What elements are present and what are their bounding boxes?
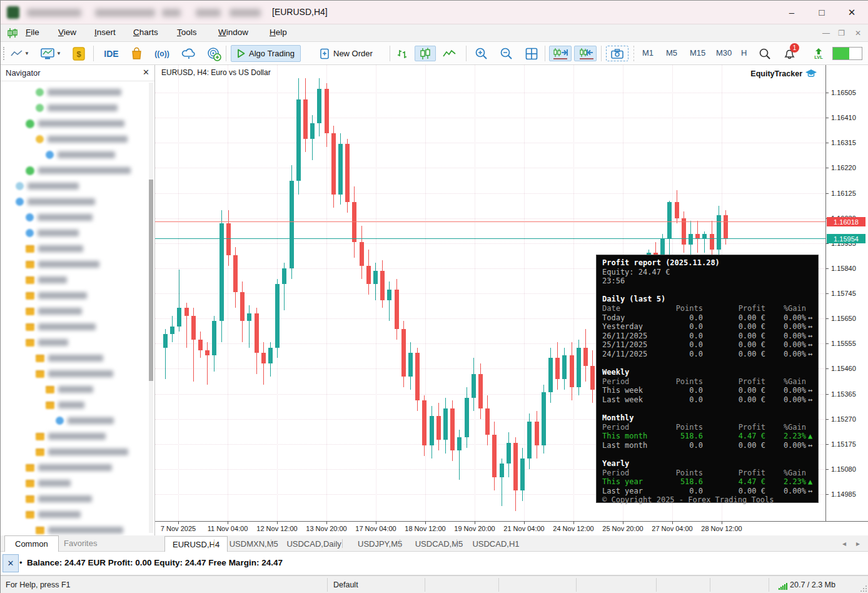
tabs-scroll-right-icon[interactable]: ▸ (856, 539, 860, 548)
zoom-in-icon[interactable] (472, 46, 491, 61)
resize-grip[interactable] (860, 585, 867, 592)
navigator-tree-item[interactable] (26, 116, 124, 131)
navigator-tree-item[interactable] (26, 210, 93, 225)
navigator-tree-item[interactable] (26, 272, 67, 288)
connection-toggle[interactable] (832, 47, 862, 60)
redacted-title-text (196, 9, 221, 17)
account-balance-line: Balance: 24.47 EUR Profit: 0.00 Equity: … (27, 558, 283, 567)
zoom-out-icon[interactable] (497, 46, 516, 61)
chart-tab-usdcad-m5[interactable]: USDCAD,M5 (408, 536, 471, 552)
navigator-tree-item[interactable] (46, 397, 84, 413)
time-axis-label: 21 Nov 04:00 (503, 525, 544, 532)
chart-tab-usdcad-h1[interactable]: USDCAD,H1 (465, 536, 527, 552)
auto-scroll-icon[interactable] (549, 46, 572, 61)
menu-tools[interactable]: Tools (177, 28, 197, 37)
navigator-tree-item[interactable] (36, 366, 113, 382)
menu-insert[interactable]: Insert (94, 28, 116, 37)
time-axis[interactable]: 7 Nov 202511 Nov 04:0012 Nov 12:0013 Nov… (155, 521, 868, 535)
folder-icon (36, 355, 44, 362)
chart-shift-icon[interactable] (574, 46, 597, 61)
navigator-tree-item[interactable] (26, 163, 131, 178)
redacted-title-text (95, 9, 155, 17)
search-icon[interactable] (756, 46, 774, 61)
navigator-tab-common[interactable]: Common (4, 535, 59, 552)
navigator-tree-item[interactable] (36, 131, 128, 147)
menu-file[interactable]: File (26, 28, 39, 37)
navigator-tree-item[interactable] (46, 382, 93, 397)
navigator-tree-item[interactable] (46, 147, 115, 163)
timeframe-m5[interactable]: M5 (666, 48, 677, 58)
window-title: [EURUSD,H4] (272, 7, 328, 17)
menu-window[interactable]: Window (218, 28, 248, 37)
chart-tab-usdjpy-m5[interactable]: USDJPY,M5 (350, 536, 410, 552)
navigator-tree-item[interactable] (36, 100, 118, 116)
screenshot-icon[interactable] (606, 46, 628, 61)
navigator-tree-item[interactable] (26, 225, 79, 241)
candle-bullish (268, 348, 273, 363)
ea-blue-icon (46, 151, 54, 159)
notifications-bell-icon[interactable]: 1 (780, 46, 800, 61)
equity-tracker-label: EquityTracker (750, 69, 817, 78)
menu-help[interactable]: Help (270, 28, 287, 37)
navigator-tree-item[interactable] (26, 288, 87, 303)
timeframe-m30[interactable]: M30 (716, 48, 732, 58)
navigator-tree-item[interactable] (26, 335, 68, 350)
navigator-tree-item[interactable] (26, 475, 71, 491)
navigator-tree-item[interactable] (26, 460, 112, 475)
maximize-button[interactable]: □ (807, 1, 836, 24)
toolbar-grip[interactable] (3, 47, 6, 60)
timeframe-h[interactable]: H (741, 48, 747, 58)
navigator-tree-item[interactable] (36, 84, 121, 100)
mdi-close-icon[interactable]: ✕ (855, 29, 861, 38)
signals-icon[interactable]: ((o)) (152, 46, 172, 61)
navigator-tree-item[interactable] (36, 428, 106, 444)
navigator-tree-item[interactable] (26, 507, 81, 522)
mdi-minimize-icon[interactable]: — (822, 29, 830, 38)
chart-tab-usdmxn-m5[interactable]: USDMXN,M5 (222, 536, 286, 552)
bar-chart-type-icon[interactable] (395, 46, 411, 61)
navigator-tree-item[interactable] (16, 178, 79, 194)
navigator-scrollbar[interactable] (149, 83, 153, 533)
lvl-icon[interactable]: LVL (811, 46, 826, 61)
redacted-item-label (48, 449, 128, 455)
navigator-tree-item[interactable] (56, 413, 114, 428)
chart-tab-eurusd-h4[interactable]: EURUSD,H4 (164, 536, 228, 552)
price-axis[interactable]: 1.165051.164101.163151.162201.161251.160… (826, 65, 868, 521)
currency-icon[interactable]: $ (71, 46, 87, 61)
navigator-tab-favorites[interactable]: Favorites (54, 535, 107, 552)
navigator-tree-item[interactable] (26, 256, 99, 272)
mdi-restore-icon[interactable]: ❐ (838, 29, 845, 38)
navigator-tree-item[interactable] (26, 303, 82, 319)
close-button[interactable]: ✕ (837, 1, 866, 24)
line-chart-type-icon[interactable] (441, 46, 458, 61)
tile-windows-icon[interactable] (522, 46, 541, 61)
navigator-tree-item[interactable] (26, 491, 92, 507)
timeframe-m15[interactable]: M15 (690, 48, 705, 58)
tabs-scroll-left-icon[interactable]: ◂ (842, 539, 846, 548)
menu-charts[interactable]: Charts (133, 28, 158, 37)
timeframe-m1[interactable]: M1 (642, 48, 654, 58)
ide-button[interactable]: IDE (99, 46, 123, 61)
chart-plot[interactable]: EURUSD, H4: Euro vs US Dollar EquityTrac… (155, 65, 826, 521)
chart-tab-usdcad-daily[interactable]: USDCAD,Daily (279, 536, 348, 552)
menu-view[interactable]: View (58, 28, 76, 37)
navigator-tree-item[interactable] (26, 319, 96, 335)
market-bag-icon[interactable] (128, 46, 144, 61)
minimize-button[interactable]: – (777, 1, 806, 24)
navigator-scrollbar-thumb[interactable] (149, 180, 153, 381)
navigator-close-icon[interactable]: ✕ (143, 68, 149, 77)
vps-icon[interactable] (204, 46, 223, 61)
navigator-tree-item[interactable] (36, 350, 103, 366)
toolbox-close-button[interactable]: ✕ (3, 554, 19, 572)
algo-trading-button[interactable]: Algo Trading (231, 45, 301, 62)
candlestick-type-icon[interactable] (415, 46, 436, 61)
navigator-tree-item[interactable] (16, 194, 95, 210)
line-studies-dropdown[interactable]: ▼ (9, 46, 31, 61)
price-axis-label: 1.15175 (831, 440, 856, 448)
cloud-icon[interactable] (179, 46, 198, 61)
chart-profile-dropdown[interactable]: ▼ (38, 46, 63, 61)
navigator-tree-item[interactable] (36, 444, 128, 460)
new-order-button[interactable]: New Order (313, 45, 379, 62)
status-profile[interactable]: Default (333, 580, 358, 589)
navigator-tree-item[interactable] (26, 241, 83, 256)
